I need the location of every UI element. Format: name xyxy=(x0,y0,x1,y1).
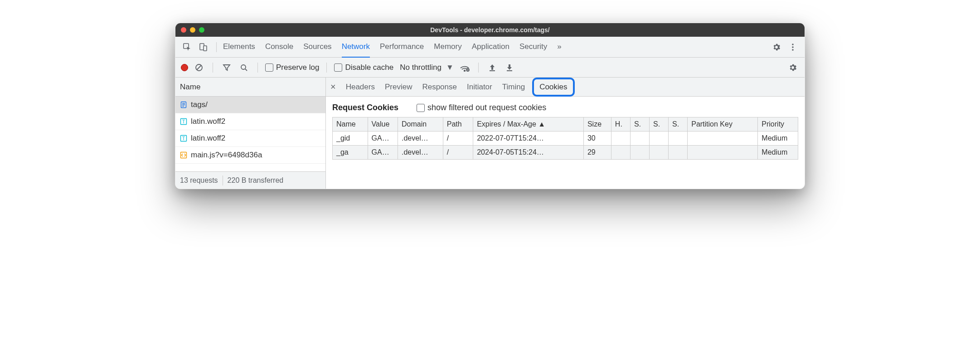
col-expires[interactable]: Expires / Max-Age ▲ xyxy=(473,117,584,132)
col-size[interactable]: Size xyxy=(583,117,611,132)
show-filtered-checkbox[interactable]: show filtered out request cookies xyxy=(417,103,546,112)
minimize-window-button[interactable] xyxy=(190,27,195,33)
traffic-lights xyxy=(181,27,204,33)
separator xyxy=(478,63,479,73)
detail-tab-headers[interactable]: Headers xyxy=(346,78,375,97)
cookie-name: _ga xyxy=(333,146,368,160)
cookies-header-row[interactable]: Name Value Domain Path Expires / Max-Age… xyxy=(333,117,798,132)
network-conditions-icon[interactable] xyxy=(458,61,471,74)
separator xyxy=(216,42,217,52)
request-row[interactable]: tags/ xyxy=(175,97,325,113)
show-filtered-label: show filtered out request cookies xyxy=(427,103,546,112)
filter-icon[interactable] xyxy=(220,61,233,74)
cookie-expires: 2022-07-07T15:24… xyxy=(473,132,584,146)
network-body: Name tags/ T latin.woff2 T latin.woff2 m… xyxy=(175,78,805,189)
separator xyxy=(257,63,258,73)
svg-point-4 xyxy=(792,46,794,48)
throttling-value: No throttling xyxy=(400,63,441,72)
svg-point-8 xyxy=(464,70,465,71)
cookie-name: _gid xyxy=(333,132,368,146)
window-title: DevTools - developer.chrome.com/tags/ xyxy=(181,26,799,34)
device-toolbar-icon[interactable] xyxy=(197,41,210,54)
request-name: tags/ xyxy=(191,100,208,109)
request-row[interactable]: T latin.woff2 xyxy=(175,113,325,130)
col-samesite[interactable]: S. xyxy=(650,117,669,132)
document-icon xyxy=(180,101,187,108)
script-icon xyxy=(180,151,187,159)
close-window-button[interactable] xyxy=(181,27,186,33)
record-button[interactable] xyxy=(181,64,188,71)
close-detail-icon[interactable]: × xyxy=(330,82,336,92)
network-settings-gear-icon[interactable] xyxy=(786,61,799,74)
svg-rect-10 xyxy=(490,70,495,71)
request-name: latin.woff2 xyxy=(191,117,225,126)
panel-tabs: Elements Console Sources Network Perform… xyxy=(223,37,767,58)
tab-console[interactable]: Console xyxy=(265,37,293,58)
chevron-down-icon: ▼ xyxy=(446,63,454,72)
font-icon: T xyxy=(180,135,187,142)
zoom-window-button[interactable] xyxy=(199,27,204,33)
disable-cache-checkbox[interactable]: Disable cache xyxy=(334,63,393,72)
tab-elements[interactable]: Elements xyxy=(223,37,255,58)
detail-tab-cookies[interactable]: Cookies xyxy=(532,78,574,97)
preserve-log-label: Preserve log xyxy=(276,63,319,72)
detail-tabs: × Headers Preview Response Initiator Tim… xyxy=(326,78,805,97)
font-icon: T xyxy=(180,118,187,125)
upload-har-icon[interactable] xyxy=(486,61,499,74)
requests-count: 13 requests xyxy=(175,176,223,185)
tab-performance[interactable]: Performance xyxy=(380,37,424,58)
more-tabs-icon[interactable]: » xyxy=(557,37,561,58)
request-name: latin.woff2 xyxy=(191,134,225,143)
svg-rect-11 xyxy=(507,70,512,71)
col-partkey[interactable]: Partition Key xyxy=(688,117,758,132)
preserve-log-checkbox[interactable]: Preserve log xyxy=(265,63,319,72)
requests-footer: 13 requests 220 B transferred xyxy=(175,171,325,189)
cookie-row[interactable]: _ga GA… .devel… / 2024-07-05T15:24… 29 M… xyxy=(333,146,798,160)
svg-point-7 xyxy=(241,65,246,69)
download-har-icon[interactable] xyxy=(503,61,516,74)
inspect-element-icon[interactable] xyxy=(181,41,194,54)
cookie-path: / xyxy=(443,146,473,160)
cookie-domain: .devel… xyxy=(398,146,443,160)
kebab-menu-icon[interactable] xyxy=(786,41,799,54)
tab-security[interactable]: Security xyxy=(519,37,547,58)
cookies-table: Name Value Domain Path Expires / Max-Age… xyxy=(332,117,798,160)
detail-tab-timing[interactable]: Timing xyxy=(502,78,525,97)
col-priority[interactable]: Priority xyxy=(758,117,798,132)
col-name[interactable]: Name xyxy=(333,117,368,132)
cookie-domain: .devel… xyxy=(398,132,443,146)
tab-sources[interactable]: Sources xyxy=(303,37,331,58)
tab-application[interactable]: Application xyxy=(472,37,509,58)
request-row[interactable]: main.js?v=6498d36a xyxy=(175,147,325,164)
tab-network[interactable]: Network xyxy=(342,37,370,58)
col-value[interactable]: Value xyxy=(368,117,398,132)
settings-gear-icon[interactable] xyxy=(770,41,783,54)
search-icon[interactable] xyxy=(238,61,250,74)
col-sameparty[interactable]: S. xyxy=(669,117,688,132)
requests-panel: Name tags/ T latin.woff2 T latin.woff2 m… xyxy=(175,78,326,189)
tab-memory[interactable]: Memory xyxy=(434,37,461,58)
cookie-size: 29 xyxy=(583,146,611,160)
throttling-select[interactable]: No throttling ▼ xyxy=(400,63,454,72)
clear-icon[interactable] xyxy=(193,61,205,74)
svg-rect-2 xyxy=(204,46,207,51)
cookie-row[interactable]: _gid GA… .devel… / 2022-07-07T15:24… 30 … xyxy=(333,132,798,146)
col-path[interactable]: Path xyxy=(443,117,473,132)
cookie-path: / xyxy=(443,132,473,146)
cookie-priority: Medium xyxy=(758,146,798,160)
request-row[interactable]: T latin.woff2 xyxy=(175,130,325,147)
col-domain[interactable]: Domain xyxy=(398,117,443,132)
requests-header-name[interactable]: Name xyxy=(175,78,325,97)
cookie-priority: Medium xyxy=(758,132,798,146)
detail-tab-preview[interactable]: Preview xyxy=(385,78,412,97)
svg-text:T: T xyxy=(182,136,185,141)
svg-point-5 xyxy=(792,49,794,51)
separator xyxy=(326,63,327,73)
col-httponly[interactable]: H. xyxy=(611,117,630,132)
detail-tab-response[interactable]: Response xyxy=(422,78,457,97)
col-secure[interactable]: S. xyxy=(630,117,649,132)
cookies-section: Request Cookies show filtered out reques… xyxy=(326,97,805,162)
titlebar: DevTools - developer.chrome.com/tags/ xyxy=(175,23,805,37)
detail-tab-initiator[interactable]: Initiator xyxy=(467,78,492,97)
network-toolbar: Preserve log Disable cache No throttling… xyxy=(175,58,805,78)
